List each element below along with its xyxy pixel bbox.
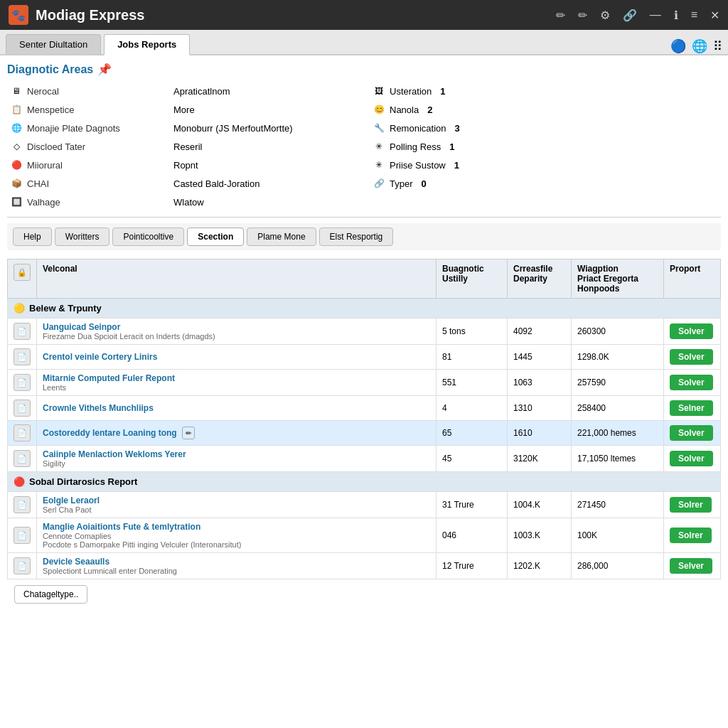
reseril-label: Reseril [173, 141, 202, 152]
globe-icon[interactable]: 🌐 [692, 38, 707, 54]
diag-reseril: Reseril [171, 139, 370, 154]
row-icon-cell: 📄 [8, 370, 37, 396]
chrome-icon[interactable]: 🔵 [670, 38, 686, 54]
minimize-icon[interactable]: — [650, 9, 661, 21]
menspetice-icon: 📋 [10, 103, 23, 116]
menu-icon[interactable]: ≡ [691, 9, 697, 21]
nerocal-label: Nerocal [27, 86, 59, 97]
col1-header: Velconal [37, 259, 437, 299]
diag-menspetice[interactable]: 📋 Menspetice [7, 102, 171, 117]
share-icon[interactable]: 🔗 [623, 9, 637, 22]
table-row[interactable]: 📄Manglie Aoiaitionts Fute & temlytration… [8, 518, 721, 553]
table-row[interactable]: 📄Crownle Vithels Munchliips41310258400Se… [8, 396, 721, 421]
nanola-icon: 😊 [373, 103, 385, 116]
subtab-plame-mone[interactable]: Plame Mone [247, 228, 316, 246]
diag-monajie[interactable]: 🌐 Monajie Plate Dagnots [7, 120, 171, 136]
diag-casted: Casted Bald-Joration [171, 176, 370, 191]
settings-icon[interactable]: ⚙ [600, 9, 610, 22]
row-col2: 4 [437, 396, 508, 421]
diag-empty [370, 194, 721, 210]
typer-label: Typer [390, 178, 413, 189]
diag-miiorural[interactable]: 🔴 Miiorural [7, 157, 171, 173]
monajie-icon: 🌐 [10, 122, 23, 134]
table-row[interactable]: 📄Costoreddy lentare Loaning tong ✏651610… [8, 421, 721, 446]
pin-icon: 📌 [97, 63, 112, 76]
subtab-woritters[interactable]: Woritters [55, 228, 110, 246]
tab-senter[interactable]: Senter Diultation [6, 34, 101, 54]
row-col2: 45 [437, 446, 508, 472]
diag-nanola[interactable]: 😊 Nanola 2 [370, 102, 721, 117]
row-action-cell: Selner [664, 396, 721, 421]
solve-button[interactable]: Solver [670, 323, 713, 339]
info-icon[interactable]: ℹ [674, 9, 678, 22]
diag-priise[interactable]: ✳ Priise Sustow 1 [370, 157, 721, 173]
table-row[interactable]: 📄Eolgle LeraorlSerl Cha Paot31 Trure1004… [8, 492, 721, 518]
row-subtitle2: Cennote Comaplies [43, 532, 430, 540]
row-action-cell: Selver [664, 553, 721, 579]
row-col2: 31 Trure [437, 492, 508, 518]
group-header-row: 🔴Sobal Dirtarosics Report [8, 472, 721, 492]
subtab-elst-resportig[interactable]: Elst Resportig [319, 228, 394, 246]
tab-bar-right: 🔵 🌐 ⠿ [670, 38, 722, 54]
subtab-pointicooltive[interactable]: Pointicooltive [112, 228, 184, 246]
row-action-cell: Solver [664, 446, 721, 472]
diag-typer[interactable]: 🔗 Typer 0 [370, 176, 721, 191]
diag-nerocal[interactable]: 🖥 Nerocal [7, 83, 171, 99]
edit1-icon[interactable]: ✏ [556, 9, 565, 22]
solve-button[interactable]: Selver [670, 558, 712, 574]
col0-header: 🔒 [8, 259, 37, 299]
group-header-row: 🟡Belew & Trpunty [8, 299, 721, 318]
diag-remonication[interactable]: 🔧 Remonication 3 [370, 120, 721, 136]
tab-bar: Senter Diultation Jobs Reports 🔵 🌐 ⠿ [0, 30, 728, 55]
row-subtitle: Spolectiont Lumnicall enter Donerating [43, 567, 430, 575]
miiorural-icon: 🔴 [10, 159, 23, 171]
discloed-icon: ◇ [10, 140, 23, 153]
row-icon-cell: 📄 [8, 492, 37, 518]
row-col4: 100K [572, 518, 664, 553]
row-icon-cell: 📄 [8, 345, 37, 370]
diag-chai[interactable]: 📦 CHAI [7, 176, 171, 191]
chatage-button[interactable]: Chatageltype.. [14, 585, 87, 604]
row-icon-cell: 📄 [8, 553, 37, 579]
diag-valhage[interactable]: 🔲 Valhage [7, 194, 171, 210]
miiorural-label: Miiorural [27, 160, 63, 171]
row-icon-cell: 📄 [8, 396, 37, 421]
row-edit-icon[interactable]: ✏ [182, 427, 195, 439]
typer-icon: 🔗 [373, 177, 385, 190]
diag-wlatow: Wlatow [171, 194, 370, 210]
solve-button[interactable]: Solrer [670, 497, 712, 513]
close-icon[interactable]: ✕ [710, 9, 719, 22]
table-row[interactable]: 📄Crentol veinle Cortery Linirs8114451298… [8, 345, 721, 370]
edit2-icon[interactable]: ✏ [578, 9, 587, 22]
row-col2: 046 [437, 518, 508, 553]
solve-button[interactable]: Selner [670, 400, 713, 416]
table-row[interactable]: 📄Caiinple Menlaction Wekloms YererSigili… [8, 446, 721, 472]
nanola-value: 2 [427, 105, 432, 115]
solve-button[interactable]: Solver [670, 425, 713, 441]
row-col2: 551 [437, 370, 508, 396]
row-col3: 1004.K [508, 492, 572, 518]
diag-discloed[interactable]: ◇ Discloed Tater [7, 139, 171, 154]
col3-header: CrreasfileDeparity [508, 259, 572, 299]
diag-polling[interactable]: ✳ Polling Ress 1 [370, 139, 721, 154]
table-row[interactable]: 📄Devicle SeaaullsSpolectiont Lumnicall e… [8, 553, 721, 579]
subtab-scection[interactable]: Scection [187, 228, 244, 246]
diag-more: More [171, 102, 370, 117]
tab-jobs[interactable]: Jobs Reports [104, 34, 190, 55]
row-action-cell: Solver [664, 370, 721, 396]
solve-button[interactable]: Solver [670, 375, 713, 390]
row-col3: 1202.K [508, 553, 572, 579]
row-col4: 258400 [572, 396, 664, 421]
diag-usteration[interactable]: 🖼 Usteration 1 [370, 83, 721, 99]
table-row[interactable]: 📄Uanguicad SeinporFirezame Dua Spcioit L… [8, 318, 721, 345]
table-row[interactable]: 📄Mitarnie Computed Fuler RepontLeents551… [8, 370, 721, 396]
row-col3: 1063 [508, 370, 572, 396]
solve-button[interactable]: Solver [670, 451, 713, 466]
row-icon-cell: 📄 [8, 518, 37, 553]
col4-header: WiagptionPriact EregortaHonpoods [572, 259, 664, 299]
solve-button[interactable]: Solver [670, 349, 713, 365]
diag-monoburr: Monoburr (JS MerfoutMortte) [171, 120, 370, 136]
subtab-help[interactable]: Help [13, 228, 52, 246]
grid-icon[interactable]: ⠿ [713, 38, 722, 54]
solve-button[interactable]: Solrer [670, 528, 712, 543]
